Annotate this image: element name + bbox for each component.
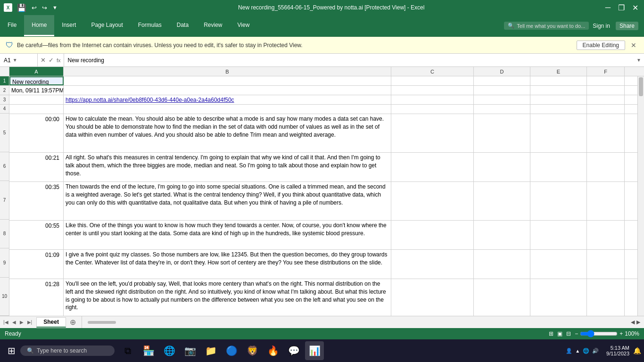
cell-d5[interactable] xyxy=(474,114,530,153)
row-num-9[interactable]: 9 xyxy=(0,248,9,278)
taskbar-discord-icon[interactable]: 💬 xyxy=(284,341,303,360)
taskbar-task-view[interactable]: ⧉ xyxy=(118,341,137,360)
nav-prev-sheet[interactable]: ◀ xyxy=(11,320,17,325)
cell-b4[interactable] xyxy=(64,105,391,114)
taskbar-unknown-icon[interactable]: 🔥 xyxy=(264,341,282,360)
cell-b9[interactable]: I give a five point quiz my classes. So … xyxy=(64,250,391,279)
col-header-c[interactable]: C xyxy=(391,67,474,76)
redo-icon[interactable]: ↪ xyxy=(40,4,49,11)
cell-d2[interactable] xyxy=(474,86,530,95)
cell-f5[interactable] xyxy=(587,114,625,153)
cell-a8[interactable]: 00:55 xyxy=(9,221,64,250)
col-header-a[interactable]: A xyxy=(9,67,64,76)
cell-b10[interactable]: You'll see on the left, you'd probably s… xyxy=(64,279,391,316)
formula-expand-icon[interactable]: ▼ xyxy=(634,58,644,63)
row-num-2[interactable]: 2 xyxy=(0,86,9,95)
page-layout-view-icon[interactable]: ▣ xyxy=(557,330,562,337)
cell-e1[interactable] xyxy=(530,76,587,85)
add-sheet-button[interactable]: ⊕ xyxy=(66,318,80,327)
cell-e3[interactable] xyxy=(530,95,587,104)
taskbar-chrome-icon[interactable]: 🔵 xyxy=(222,341,241,360)
formula-input[interactable]: New recording xyxy=(64,57,634,64)
zoom-in-icon[interactable]: + xyxy=(619,330,623,337)
sheet-tab-sheet[interactable]: Sheet xyxy=(36,317,66,328)
col-header-e[interactable]: E xyxy=(530,67,587,76)
tab-home[interactable]: Home xyxy=(24,15,54,36)
row-num-10[interactable]: 10 xyxy=(0,278,9,316)
nav-first-sheet[interactable]: |◀ xyxy=(2,320,10,325)
nav-next-sheet[interactable]: ▶ xyxy=(18,320,25,325)
cell-f1[interactable] xyxy=(587,76,625,85)
scroll-left-icon[interactable]: ◀ xyxy=(631,319,635,325)
row-num-4[interactable]: 4 xyxy=(0,105,9,114)
cell-f3[interactable] xyxy=(587,95,625,104)
excel-app-icon[interactable]: X xyxy=(4,3,12,12)
maximize-button[interactable]: ❐ xyxy=(616,3,627,12)
cell-f10[interactable] xyxy=(587,279,625,316)
tray-up-arrow[interactable]: ▲ xyxy=(575,348,580,354)
cell-a6[interactable]: 00:21 xyxy=(9,153,64,182)
cell-c2[interactable] xyxy=(391,86,474,95)
col-header-d[interactable]: D xyxy=(474,67,530,76)
sign-in-link[interactable]: Sign in xyxy=(593,23,610,29)
cell-d3[interactable] xyxy=(474,95,530,104)
cell-c4[interactable] xyxy=(391,105,474,114)
col-header-b[interactable]: B xyxy=(64,67,391,76)
zoom-slider[interactable] xyxy=(580,330,618,337)
taskbar-edge-icon[interactable]: 🌐 xyxy=(160,341,179,360)
cell-e10[interactable] xyxy=(530,279,587,316)
confirm-formula-icon[interactable]: ✓ xyxy=(49,57,54,64)
taskbar-files-icon[interactable]: 📁 xyxy=(201,341,220,360)
cell-f2[interactable] xyxy=(587,86,625,95)
row-num-3[interactable]: 3 xyxy=(0,95,9,105)
horizontal-scrollbar-area[interactable] xyxy=(82,316,627,328)
tray-clock[interactable]: 5:13 AM 9/11/2023 xyxy=(606,345,629,356)
cell-c3[interactable] xyxy=(391,95,474,104)
tray-people-icon[interactable]: 👤 xyxy=(566,348,572,354)
cell-d9[interactable] xyxy=(474,250,530,279)
undo-icon[interactable]: ↩ xyxy=(30,4,39,11)
cell-b1[interactable] xyxy=(64,76,391,85)
cell-d10[interactable] xyxy=(474,279,530,316)
cell-c6[interactable] xyxy=(391,153,474,182)
cell-f6[interactable] xyxy=(587,153,625,182)
row-num-8[interactable]: 8 xyxy=(0,220,9,249)
taskbar-store-icon[interactable]: 🏪 xyxy=(139,341,158,360)
cell-ref-dropdown-icon[interactable]: ▼ xyxy=(13,58,17,63)
tray-network-icon[interactable]: 🌐 xyxy=(583,348,589,354)
ribbon-search[interactable]: 🔍 Tell me what you want to do... xyxy=(504,22,589,30)
vertical-scrollbar[interactable] xyxy=(637,76,644,316)
normal-view-icon[interactable]: ⊞ xyxy=(549,330,553,337)
cell-b5[interactable]: How to calculate the mean. You should al… xyxy=(64,114,391,153)
cell-reference-box[interactable]: A1 ▼ xyxy=(0,54,38,66)
zoom-out-icon[interactable]: − xyxy=(575,330,578,337)
cell-e9[interactable] xyxy=(530,250,587,279)
row-num-7[interactable]: 7 xyxy=(0,181,9,219)
row-num-5[interactable]: 5 xyxy=(0,114,9,152)
cell-b7[interactable]: Then towards the end of the lecture, I'm… xyxy=(64,182,391,221)
cell-a4[interactable] xyxy=(9,105,64,114)
taskbar-search[interactable]: 🔍 Type here to search xyxy=(20,346,115,356)
cell-f9[interactable] xyxy=(587,250,625,279)
close-button[interactable]: ✕ xyxy=(630,3,640,12)
cell-a5[interactable]: 00:00 xyxy=(9,114,64,153)
page-break-view-icon[interactable]: ⊟ xyxy=(566,330,571,337)
tab-data[interactable]: Data xyxy=(169,15,196,36)
col-header-f[interactable]: F xyxy=(587,67,625,76)
cell-d7[interactable] xyxy=(474,182,530,221)
cell-d1[interactable] xyxy=(474,76,530,85)
tab-review[interactable]: Review xyxy=(196,15,230,36)
taskbar-instagram-icon[interactable]: 📷 xyxy=(181,341,199,360)
save-icon[interactable]: 💾 xyxy=(15,3,28,12)
cell-b8[interactable]: Like this. One of the things you want to… xyxy=(64,221,391,250)
insert-function-icon[interactable]: fx xyxy=(57,58,61,63)
cell-c9[interactable] xyxy=(391,250,474,279)
cell-b6[interactable]: All right. So what's this measures in ce… xyxy=(64,153,391,182)
tab-view[interactable]: View xyxy=(230,15,257,36)
cell-b3[interactable]: https://app.notta.ai/share/0eb8f600-43d6… xyxy=(64,95,391,104)
start-button[interactable]: ⊞ xyxy=(3,343,20,358)
cell-b2[interactable] xyxy=(64,86,391,95)
cell-a3[interactable] xyxy=(9,95,64,104)
tray-volume-icon[interactable]: 🔊 xyxy=(592,348,599,354)
cell-c8[interactable] xyxy=(391,221,474,250)
